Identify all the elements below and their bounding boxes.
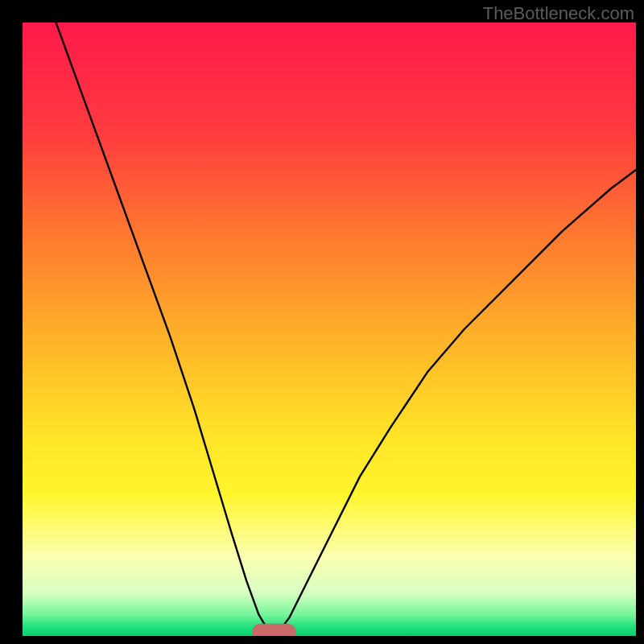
chart-svg <box>23 23 636 636</box>
chart-frame: TheBottleneck.com <box>0 0 644 644</box>
gradient-background <box>23 23 636 636</box>
plot-area <box>23 23 636 636</box>
watermark-text: TheBottleneck.com <box>483 3 634 24</box>
optimum-marker <box>252 624 296 636</box>
